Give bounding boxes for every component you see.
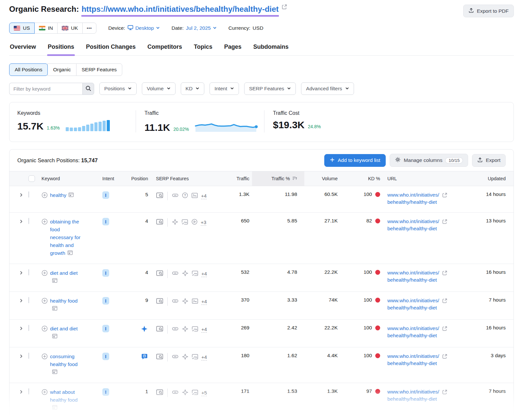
- country-tab-in[interactable]: IN: [34, 23, 58, 34]
- serp-snapshot-icon[interactable]: [52, 279, 58, 284]
- row-checkbox[interactable]: [28, 388, 29, 394]
- column-header-volume[interactable]: Volume: [304, 171, 344, 186]
- positions-filter-dropdown[interactable]: Positions: [99, 82, 137, 95]
- row-expander[interactable]: [19, 218, 28, 225]
- more-features-link[interactable]: +3: [201, 219, 206, 226]
- more-features-link[interactable]: +4: [201, 354, 207, 360]
- more-features-link[interactable]: +4: [201, 326, 207, 333]
- row-checkbox[interactable]: [28, 297, 29, 303]
- search-button[interactable]: [82, 83, 94, 95]
- segment-serp-features[interactable]: SERP Features: [76, 63, 122, 76]
- segment-organic[interactable]: Organic: [47, 63, 76, 76]
- column-header-keyword[interactable]: Keyword: [42, 171, 102, 186]
- row-expander[interactable]: [19, 269, 28, 276]
- result-url-link[interactable]: www.who.int/initiatives/behealthy/health…: [387, 269, 439, 284]
- keyword-link[interactable]: diet and diet: [50, 325, 81, 341]
- result-url-link[interactable]: www.who.int/initiatives/behealthy/health…: [387, 297, 439, 311]
- segment-all-positions[interactable]: All Positions: [9, 63, 48, 76]
- keyword-link[interactable]: healthy: [50, 191, 81, 199]
- more-features-link[interactable]: +4: [201, 271, 207, 277]
- external-link-icon[interactable]: [442, 218, 447, 232]
- column-header-traffic[interactable]: Traffic: [213, 171, 252, 186]
- row-expander[interactable]: [19, 191, 28, 198]
- serp-preview-icon[interactable]: [156, 389, 163, 397]
- external-link-icon[interactable]: [442, 325, 447, 339]
- export-button[interactable]: Export: [472, 154, 506, 167]
- external-link-icon[interactable]: [442, 269, 447, 284]
- column-header-kd[interactable]: KD %: [344, 171, 383, 186]
- add-to-keyword-list-button[interactable]: Add to keyword list: [324, 154, 386, 167]
- serp-preview-icon[interactable]: [156, 325, 163, 334]
- row-checkbox[interactable]: [28, 191, 29, 198]
- keyword-filter-input[interactable]: [9, 83, 82, 95]
- external-link-icon[interactable]: [442, 297, 447, 311]
- serp-snapshot-icon[interactable]: [67, 251, 73, 256]
- add-keyword-icon[interactable]: [42, 191, 48, 200]
- external-link-icon[interactable]: [281, 3, 287, 12]
- tab-subdomains[interactable]: Subdomains: [253, 42, 289, 55]
- keyword-link[interactable]: consuming healthy food: [50, 353, 81, 376]
- column-header-traffic-pct[interactable]: Traffic %: [252, 171, 304, 186]
- serp-preview-icon[interactable]: [156, 353, 163, 361]
- more-features-link[interactable]: +4: [201, 298, 207, 305]
- column-header-position[interactable]: Position: [122, 171, 148, 186]
- serp-preview-icon[interactable]: [156, 298, 163, 306]
- column-header-url[interactable]: URL: [383, 171, 458, 186]
- column-header-serp-features[interactable]: SERP Features: [148, 171, 213, 186]
- select-all-checkbox[interactable]: [28, 175, 35, 182]
- serp-snapshot-icon[interactable]: [52, 406, 58, 411]
- add-keyword-icon[interactable]: [42, 388, 48, 396]
- serp-preview-icon[interactable]: [156, 192, 163, 200]
- external-link-icon[interactable]: [442, 353, 447, 367]
- kd-filter-dropdown[interactable]: KD: [181, 82, 205, 95]
- serp-preview-icon[interactable]: [156, 219, 163, 227]
- more-features-link[interactable]: +5: [201, 390, 207, 396]
- result-url-link[interactable]: www.who.int/initiatives/behealthy/health…: [387, 218, 439, 232]
- volume-filter-dropdown[interactable]: Volume: [142, 82, 176, 95]
- country-tab-uk[interactable]: UK: [57, 23, 83, 34]
- more-features-link[interactable]: +4: [201, 193, 207, 199]
- column-header-updated[interactable]: Updated: [458, 171, 506, 186]
- add-keyword-icon[interactable]: [42, 297, 48, 305]
- add-keyword-icon[interactable]: [42, 353, 48, 361]
- result-url-link[interactable]: www.who.int/initiatives/behealthy/health…: [387, 325, 439, 339]
- row-expander[interactable]: [19, 325, 28, 332]
- keyword-link[interactable]: what about healthy food: [50, 388, 81, 412]
- tab-overview[interactable]: Overview: [9, 42, 37, 55]
- intent-filter-dropdown[interactable]: Intent: [210, 82, 239, 95]
- date-selector[interactable]: Date: Jul 2, 2025: [172, 25, 217, 31]
- add-keyword-icon[interactable]: [42, 325, 48, 333]
- tab-pages[interactable]: Pages: [224, 42, 242, 55]
- row-checkbox[interactable]: [28, 218, 29, 224]
- keyword-link[interactable]: obtaining the food necessary for health …: [50, 218, 81, 257]
- result-url-link[interactable]: www.who.int/initiatives/behealthy/health…: [387, 388, 439, 403]
- manage-columns-button[interactable]: Manage columns 10/15: [390, 154, 468, 167]
- row-expander[interactable]: [19, 388, 28, 395]
- tab-topics[interactable]: Topics: [193, 42, 213, 55]
- serp-snapshot-icon[interactable]: [52, 334, 58, 340]
- tab-competitors[interactable]: Competitors: [147, 42, 183, 55]
- advanced-filters-dropdown[interactable]: Advanced filters: [301, 82, 354, 95]
- row-expander[interactable]: [19, 297, 28, 304]
- analyzed-url-link[interactable]: https://www.who.int/initiatives/behealth…: [81, 5, 278, 17]
- row-expander[interactable]: [19, 353, 28, 359]
- tab-position-changes[interactable]: Position Changes: [85, 42, 136, 55]
- column-header-intent[interactable]: Intent: [102, 171, 122, 186]
- result-url-link[interactable]: www.who.int/initiatives/behealthy/health…: [387, 353, 439, 367]
- export-pdf-button[interactable]: Export to PDF: [463, 5, 514, 17]
- tab-positions[interactable]: Positions: [47, 42, 75, 55]
- device-selector[interactable]: Device: Desktop: [108, 25, 160, 31]
- result-url-link[interactable]: www.who.int/initiatives/behealthy/health…: [387, 191, 439, 206]
- external-link-icon[interactable]: [442, 191, 447, 206]
- serp-preview-icon[interactable]: [156, 270, 163, 278]
- keyword-link[interactable]: diet and diet: [50, 269, 81, 285]
- add-keyword-icon[interactable]: [42, 269, 48, 277]
- serp-features-filter-dropdown[interactable]: SERP Features: [244, 82, 296, 95]
- serp-snapshot-icon[interactable]: [52, 306, 58, 312]
- keyword-link[interactable]: healthy food: [50, 297, 81, 313]
- add-keyword-icon[interactable]: [42, 218, 48, 226]
- serp-snapshot-icon[interactable]: [68, 193, 74, 199]
- country-tab-us[interactable]: US: [9, 23, 35, 34]
- row-checkbox[interactable]: [28, 353, 29, 359]
- more-countries-button[interactable]: •••: [82, 23, 97, 34]
